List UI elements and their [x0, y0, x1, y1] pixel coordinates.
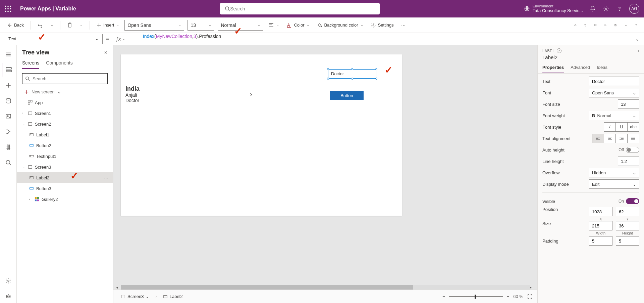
svg-point-26: [6, 98, 11, 100]
environment-picker[interactable]: Environment Tata Consultancy Servic...: [524, 4, 583, 13]
align-center-button[interactable]: [604, 134, 616, 143]
svg-point-0: [5, 6, 6, 7]
breadcrumb-label[interactable]: Label2: [160, 293, 185, 300]
svg-point-18: [321, 26, 322, 27]
gallery-item[interactable]: India Anjali Doctor ›: [125, 85, 254, 108]
environment-icon: [524, 6, 530, 12]
prop-pos-x-input[interactable]: [589, 207, 612, 216]
tree-node-button3[interactable]: Button3: [17, 183, 113, 194]
node-more-button[interactable]: ⋯: [104, 175, 108, 180]
rail-search[interactable]: [2, 156, 15, 169]
prop-height-input[interactable]: [616, 221, 639, 230]
prop-visible-toggle[interactable]: [626, 198, 639, 204]
notifications-icon[interactable]: [589, 5, 596, 12]
prop-padding-b-input[interactable]: [616, 236, 639, 246]
tree-node-gallery2[interactable]: ›Gallery2: [17, 194, 113, 205]
tree-node-button2[interactable]: Button2: [17, 140, 113, 151]
scroll-left-icon[interactable]: ◂: [116, 286, 121, 289]
prop-font-select[interactable]: Open Sans⌄: [589, 88, 639, 97]
prop-autoheight-toggle[interactable]: [626, 147, 639, 153]
prop-overflow-select[interactable]: Hidden⌄: [589, 168, 639, 177]
undo-dropdown[interactable]: ⌄: [48, 21, 55, 29]
app-canvas[interactable]: India Anjali Doctor › Doctor ✓ Button: [121, 54, 402, 216]
rail-flows[interactable]: [2, 125, 15, 138]
underline-button[interactable]: U: [615, 122, 628, 132]
tab-properties[interactable]: Properties: [542, 63, 564, 73]
tree-node-textinput1[interactable]: TextInput1: [17, 151, 113, 162]
tree-search[interactable]: [22, 73, 108, 84]
prop-pos-y-input[interactable]: [616, 207, 639, 216]
help-icon[interactable]: [616, 5, 623, 12]
close-tree-button[interactable]: ✕: [104, 50, 108, 55]
gallery-title: India: [125, 85, 140, 92]
formula-bar: Text ⌄ ✓ = ƒx⌄ Index(MyNewCollection,3).…: [0, 33, 644, 45]
scroll-right-icon[interactable]: ▸: [530, 286, 535, 289]
align-right-button[interactable]: [615, 134, 628, 143]
undo-button[interactable]: [36, 21, 45, 29]
screen-icon: [121, 294, 125, 299]
prop-width-input[interactable]: [589, 221, 612, 230]
prop-text-input[interactable]: [589, 77, 639, 86]
svg-rect-48: [30, 177, 34, 179]
paste-button[interactable]: [65, 21, 74, 29]
tree-node-app[interactable]: App: [17, 97, 113, 108]
prop-displaymode-select[interactable]: Edit⌄: [589, 179, 639, 189]
rail-hamburger[interactable]: [2, 48, 15, 61]
tree-node-label2[interactable]: Label2⋯✓: [17, 172, 113, 183]
svg-point-19: [373, 25, 374, 26]
zoom-out-button[interactable]: −: [442, 294, 445, 299]
align-icon: [269, 23, 274, 28]
svg-rect-29: [7, 145, 8, 149]
fit-to-screen-button[interactable]: [527, 294, 533, 299]
align-justify-button[interactable]: [627, 134, 639, 143]
selected-label2[interactable]: Doctor: [328, 69, 376, 79]
rail-tree-view[interactable]: [2, 63, 15, 77]
rail-media[interactable]: [2, 110, 15, 123]
zoom-slider[interactable]: [449, 296, 503, 297]
rail-ask-virtual-agent[interactable]: [2, 290, 15, 303]
insert-label: Insert: [103, 23, 114, 28]
rail-insert[interactable]: [2, 79, 15, 92]
italic-button[interactable]: I: [604, 122, 616, 132]
rail-variables[interactable]: [2, 140, 15, 154]
tab-components[interactable]: Components: [46, 60, 72, 69]
tree-node-screen3[interactable]: ⌄Screen3: [17, 162, 113, 172]
tree-node-screen2[interactable]: ⌄Screen2: [17, 119, 113, 129]
user-avatar[interactable]: AG: [629, 4, 639, 14]
tree-search-input[interactable]: [33, 76, 105, 81]
prop-weight-select[interactable]: BNormal⌄: [589, 111, 639, 120]
back-button[interactable]: Back: [5, 21, 26, 29]
new-screen-button[interactable]: New screen ⌄: [17, 88, 113, 97]
insert-button[interactable]: Insert ⌄: [95, 21, 121, 29]
rail-data[interactable]: [2, 94, 15, 107]
settings-gear-icon[interactable]: [602, 5, 610, 12]
strike-button[interactable]: abc: [627, 122, 639, 132]
rail-settings[interactable]: [2, 274, 15, 288]
fx-button[interactable]: ƒx⌄: [116, 36, 125, 42]
search-input[interactable]: [230, 6, 375, 11]
gallery-subtitle-2: Doctor: [125, 98, 140, 103]
prop-fontsize-input[interactable]: [618, 99, 639, 109]
svg-rect-30: [9, 145, 9, 149]
tab-advanced[interactable]: Advanced: [571, 63, 590, 73]
zoom-in-button[interactable]: +: [507, 294, 509, 299]
waffle-icon[interactable]: [5, 5, 11, 12]
tree-node-label1[interactable]: Label1: [17, 129, 113, 140]
prop-lineheight-input[interactable]: [618, 157, 639, 166]
global-search[interactable]: [220, 3, 380, 14]
save-dropdown[interactable]: ⌄: [622, 21, 629, 29]
breadcrumb-screen[interactable]: Screen3⌄: [118, 293, 152, 300]
expand-formula-button[interactable]: ⌄: [635, 36, 639, 42]
chevron-right-icon[interactable]: ›: [638, 49, 639, 53]
tree-node-screen1[interactable]: ›Screen1: [17, 108, 113, 119]
publish-button[interactable]: [633, 21, 639, 30]
tab-ideas[interactable]: Ideas: [597, 63, 607, 73]
prop-padding-a-input[interactable]: [589, 236, 612, 246]
chevron-right-icon[interactable]: ›: [250, 90, 252, 99]
align-left-button[interactable]: [592, 134, 604, 143]
property-selector[interactable]: Text ⌄ ✓: [5, 34, 103, 44]
canvas-h-scrollbar[interactable]: ◂ ▸: [116, 285, 535, 290]
paste-dropdown[interactable]: ⌄: [78, 21, 85, 29]
tab-screens[interactable]: Screens: [22, 60, 39, 69]
canvas-button3[interactable]: Button: [330, 91, 364, 100]
